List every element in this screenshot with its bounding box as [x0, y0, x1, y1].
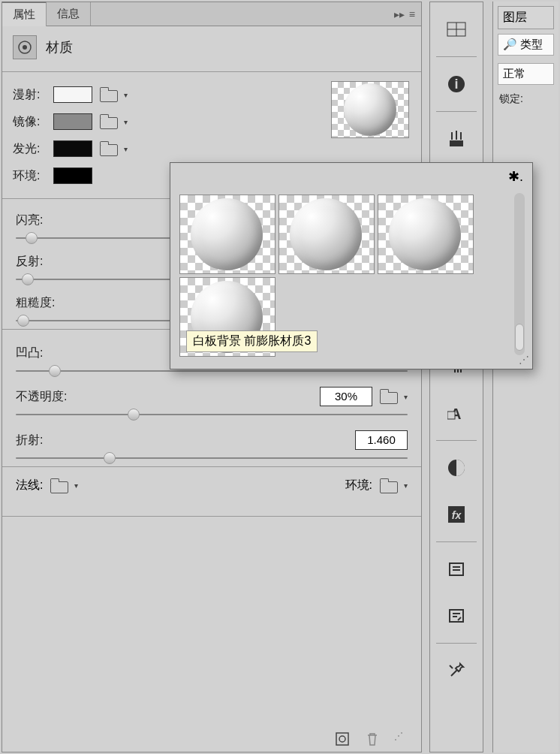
fx-icon[interactable]: fx [437, 495, 476, 534]
panel-menu-icon[interactable]: ≡ [409, 8, 415, 20]
tools-icon[interactable] [437, 651, 476, 690]
properties-panel: 属性 信息 ▸▸ ≡ 材质 漫射: ▾ 镜像: ▾ 发光: ▾ 环境: [2, 2, 422, 752]
refract-value[interactable]: 1.460 [355, 430, 408, 450]
environment-label: 环境: [13, 168, 46, 184]
character-icon[interactable]: A [437, 394, 476, 433]
specular-folder-icon[interactable] [100, 115, 118, 128]
bump-slider[interactable] [16, 370, 408, 372]
env-folder-icon[interactable] [380, 479, 398, 493]
contrast-icon[interactable] [437, 448, 476, 487]
environment-swatch[interactable] [53, 167, 92, 184]
collapse-icon[interactable]: ▸▸ [394, 8, 405, 20]
material-preset-1[interactable] [179, 195, 275, 274]
bump-label: 凹凸: [16, 345, 43, 361]
render-settings-icon[interactable] [334, 731, 351, 747]
svg-rect-10 [447, 412, 455, 419]
diffuse-folder-icon[interactable] [100, 88, 118, 101]
refract-slider[interactable] [16, 457, 408, 459]
emission-folder-icon[interactable] [100, 142, 118, 155]
popup-resize-handle[interactable]: ⋰ [519, 354, 529, 366]
3d-panel-icon[interactable] [437, 10, 476, 49]
opacity-value[interactable]: 30% [320, 387, 372, 406]
toolbar-strip: i A fx [429, 2, 483, 752]
blend-mode-select[interactable]: 正常 [498, 63, 554, 85]
diffuse-swatch[interactable] [53, 86, 92, 103]
normal-label: 法线: [16, 478, 43, 493]
refract-label: 折射: [16, 433, 43, 448]
section-title: 材质 [46, 38, 73, 56]
material-preview-thumb[interactable] [331, 81, 409, 138]
svg-rect-2 [336, 733, 348, 745]
material-preset-2[interactable] [278, 195, 375, 274]
env-label: 环境: [345, 478, 372, 493]
svg-point-3 [339, 736, 345, 742]
svg-text:fx: fx [452, 509, 462, 521]
section-header: 材质 [2, 26, 421, 68]
lock-label: 锁定: [499, 92, 552, 106]
more-icon[interactable]: ⋰ [394, 731, 411, 747]
opacity-folder-icon[interactable] [380, 390, 398, 403]
brushes-icon[interactable] [437, 119, 476, 158]
popup-scrollbar[interactable] [514, 193, 525, 355]
layer-search[interactable]: 🔎 类型 [498, 34, 554, 56]
specular-label: 镜像: [13, 114, 46, 130]
emission-swatch[interactable] [53, 140, 92, 157]
trash-icon[interactable] [364, 731, 381, 747]
normal-folder-icon[interactable] [50, 479, 68, 493]
popup-settings-icon[interactable]: ✱. [508, 168, 523, 185]
tab-properties[interactable]: 属性 [2, 2, 47, 26]
layers-panel: 图层 🔎 类型 正常 锁定: [492, 2, 558, 752]
tab-bar: 属性 信息 ▸▸ ≡ [2, 2, 421, 26]
diffuse-label: 漫射: [13, 87, 46, 103]
specular-swatch[interactable] [53, 113, 92, 130]
svg-point-1 [23, 45, 27, 50]
list-icon-1[interactable] [437, 550, 476, 589]
list-icon-2[interactable] [437, 596, 476, 635]
tab-info[interactable]: 信息 [47, 2, 91, 26]
svg-text:i: i [454, 77, 458, 92]
layers-tab[interactable]: 图层 [498, 6, 554, 29]
material-tooltip: 白板背景 前膨胀材质3 [186, 330, 318, 352]
opacity-slider[interactable] [16, 414, 408, 415]
opacity-label: 不透明度: [16, 389, 67, 405]
emission-label: 发光: [13, 141, 46, 157]
material-preset-3[interactable] [378, 195, 474, 274]
info-icon[interactable]: i [437, 65, 476, 104]
material-icon [13, 35, 37, 59]
